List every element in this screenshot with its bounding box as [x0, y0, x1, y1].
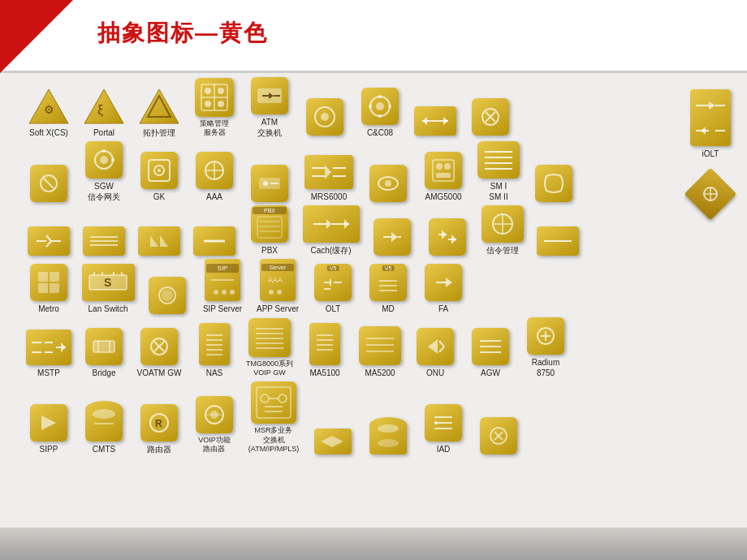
- icon-sig-mgmt: 信令管理: [478, 205, 527, 256]
- svg-point-23: [369, 105, 372, 108]
- svg-point-21: [378, 95, 382, 98]
- header-triangle: [0, 0, 73, 73]
- icon-tmg8000: TMG8000系列VOIP GW: [245, 318, 294, 378]
- right-panel: iOLT: [686, 89, 735, 213]
- svg-marker-50: [325, 165, 331, 179]
- svg-marker-85: [451, 235, 456, 244]
- icon-r3-8: [423, 218, 472, 256]
- svg-point-104: [230, 290, 235, 295]
- svg-rect-56: [436, 173, 451, 178]
- icon-blank-r1-8: [411, 106, 460, 138]
- icon-row-2: SGW信令网关 GK AAA MRS6000: [24, 141, 739, 202]
- icon-row-6: SIPP CMTS R 路由器 VOIP功能路由器 MSR多业务交换机(ATM/…: [24, 381, 739, 454]
- icon-sip-server: SIP SIP Server: [198, 259, 247, 314]
- svg-marker-116: [446, 278, 452, 287]
- icon-r6-blank3: [474, 417, 523, 454]
- icon-fa: FA: [419, 264, 468, 314]
- svg-point-156: [93, 409, 115, 419]
- icon-atm-switch: ATM交换机: [245, 77, 294, 138]
- svg-rect-163: [257, 387, 291, 418]
- svg-marker-78: [344, 219, 349, 229]
- icon-policy-server: 策略管理服务器: [190, 78, 239, 138]
- svg-line-147: [439, 341, 444, 347]
- svg-point-171: [378, 439, 399, 447]
- icon-iad: IAD: [419, 404, 468, 454]
- icon-amg5000: AMG5000: [419, 152, 468, 202]
- icon-ma5100: MA5100: [300, 323, 349, 378]
- svg-marker-180: [709, 101, 715, 110]
- icon-row-4: Metro S Lan Switch SIP SIP Server: [24, 259, 739, 314]
- icon-r3-1: [24, 226, 73, 256]
- icon-sgw: SGW信令网关: [80, 141, 128, 202]
- icon-msr: MSR多业务交换机(ATM/IP/MPLS): [245, 381, 302, 454]
- svg-line-64: [46, 241, 51, 247]
- icon-row-1: ⚙ Soft X(CS) ξ Portal 拓扑管理 策略管理服务器 ATM交换…: [24, 77, 739, 138]
- icon-lan-switch: S Lan Switch: [80, 264, 136, 314]
- svg-point-24: [388, 105, 391, 108]
- svg-rect-53: [433, 160, 454, 181]
- icon-blank-r2-1: [24, 165, 73, 202]
- icon-blank-r2-7: [364, 165, 412, 202]
- svg-point-10: [218, 88, 224, 94]
- icon-row-3: PBX PBX Cach(缓存) 信令管理: [24, 205, 739, 256]
- svg-marker-146: [428, 339, 438, 354]
- svg-point-106: [269, 290, 274, 295]
- icon-voatm-gw: VOATM GW: [135, 328, 184, 378]
- icon-r3-3: [135, 226, 184, 256]
- icon-bridge: Bridge: [80, 328, 128, 378]
- svg-point-170: [378, 424, 399, 433]
- icon-cc08: C&C08: [356, 88, 404, 138]
- icon-blank-r2-10: [529, 165, 578, 202]
- svg-rect-91: [50, 272, 59, 282]
- icon-metro: Metro: [24, 264, 73, 314]
- svg-point-22: [378, 114, 382, 118]
- icon-sipp: SIPP: [24, 404, 73, 454]
- svg-point-35: [102, 149, 106, 153]
- svg-marker-68: [150, 235, 158, 247]
- icon-r6-blank1: [309, 429, 357, 454]
- svg-point-52: [385, 180, 391, 187]
- svg-marker-76: [326, 219, 331, 229]
- icon-aaa: AAA: [190, 152, 239, 202]
- svg-text:S: S: [104, 276, 111, 289]
- icon-blank-r1-6: [300, 98, 349, 138]
- icon-blank-r2-5: [245, 165, 294, 202]
- icon-topology: 拓扑管理: [135, 88, 184, 138]
- svg-point-36: [111, 158, 114, 162]
- icon-agw: AGW: [466, 328, 515, 378]
- svg-point-18: [321, 113, 329, 121]
- icon-app-server: Server AAA APP Server: [253, 259, 302, 314]
- icon-mstp: MSTP: [24, 330, 73, 378]
- svg-rect-90: [38, 272, 48, 282]
- icon-ma5200: MA5200: [356, 326, 404, 378]
- icon-gk: GK: [135, 152, 184, 202]
- header: 抽象图标—黄色: [0, 0, 747, 73]
- footer: [0, 528, 747, 560]
- svg-point-55: [444, 163, 451, 170]
- svg-rect-123: [93, 341, 114, 352]
- svg-marker-26: [443, 117, 448, 125]
- svg-point-164: [261, 394, 269, 403]
- svg-marker-83: [442, 230, 447, 239]
- svg-marker-2: [84, 89, 123, 123]
- icon-mrs6000: MRS6000: [300, 155, 357, 202]
- svg-line-63: [46, 235, 51, 241]
- svg-point-12: [218, 101, 224, 107]
- icon-soft-x-cs: ⚙ Soft X(CS): [24, 88, 73, 138]
- svg-marker-80: [391, 232, 398, 242]
- svg-point-103: [222, 290, 227, 295]
- icon-cmts: CMTS: [80, 401, 128, 454]
- svg-marker-183: [701, 127, 706, 135]
- svg-marker-122: [61, 342, 66, 352]
- svg-point-20: [376, 102, 384, 110]
- icon-blank-r4-3: [143, 277, 192, 314]
- svg-marker-27: [422, 117, 427, 125]
- svg-point-34: [100, 156, 108, 164]
- icon-r3-7: [368, 218, 417, 256]
- icon-row-5: MSTP Bridge VOATM GW NAS TMG8000系列VOIP G: [24, 317, 739, 378]
- svg-line-32: [44, 179, 54, 188]
- icon-r6-blank2: [364, 417, 412, 454]
- icon-router: R 路由器: [135, 404, 184, 454]
- icon-portal: ξ Portal: [80, 88, 128, 138]
- icon-nas: NAS: [190, 323, 239, 378]
